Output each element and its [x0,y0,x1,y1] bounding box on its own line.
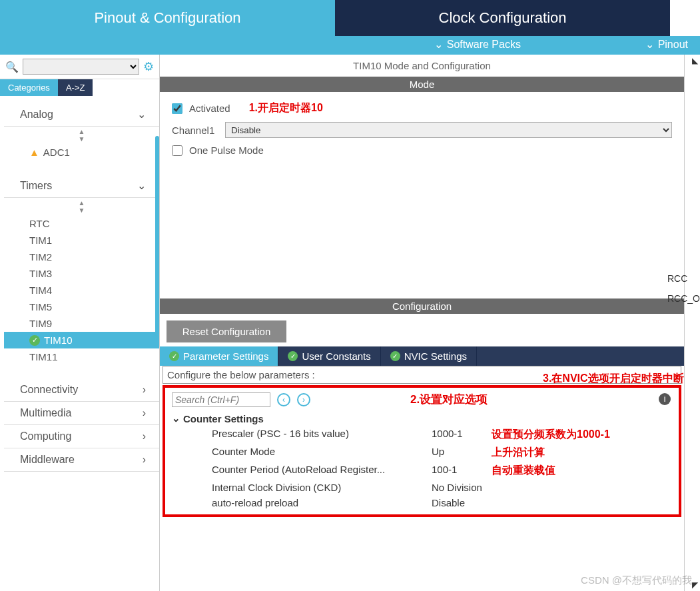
gear-icon[interactable]: ⚙ [143,59,154,74]
annotation-2: 2.设置对应选项 [410,392,488,407]
chevron-down-icon: ⌄ [137,108,146,121]
info-icon[interactable]: i [659,393,671,405]
chevron-down-icon: ⌄ [137,179,146,192]
tree-item-tim5[interactable]: TIM5 [4,298,159,315]
chevron-right-icon: › [143,407,146,419]
tree-item-tim2[interactable]: TIM2 [4,249,159,265]
config-tabs: ✓Parameter Settings ✓User Constants ✓NVI… [160,346,684,366]
overflow-rcc: RCC [667,273,700,284]
group-middleware[interactable]: Middleware› [4,448,159,472]
next-icon[interactable]: › [297,393,310,406]
group-computing[interactable]: Computing› [4,425,159,448]
param-auto-reload-preload[interactable]: auto-reload preloadDisable [172,495,672,510]
sidebar-tab-categories[interactable]: Categories [0,79,58,96]
pinout-menu[interactable]: ⌄Pinout [633,36,700,53]
counter-settings-group[interactable]: ⌄Counter Settings [172,411,672,426]
annotation-3: 3.在NVIC选项开启定时器中断 [543,372,684,386]
prev-icon[interactable]: ‹ [277,393,290,406]
tree-item-rtc[interactable]: RTC [4,215,159,232]
top-nav: Pinout & Configuration Clock Configurati… [0,0,700,36]
one-pulse-mode-label: One Pulse Mode [189,145,264,156]
mode-panel: Activated 1.开启定时器10 Channel1 Disable One… [160,92,684,298]
tab-clock-config[interactable]: Clock Configuration [335,0,670,36]
chevron-down-icon: ⌄ [434,39,443,50]
chevron-down-icon: ⌄ [645,39,654,50]
mode-header: Mode [160,77,684,92]
param-prescaler[interactable]: Prescaler (PSC - 16 bits value)1000-1设置预… [172,426,672,444]
check-icon: ✓ [29,335,40,346]
content-area: TIM10 Mode and Configuration Mode Activa… [160,55,684,591]
sub-nav: ⌄Software Packs ⌄Pinout [0,36,700,55]
watermark: CSDN @不想写代码的我 [581,574,692,587]
annotation-1: 1.开启定时器10 [249,101,323,115]
right-strip: ◣ ◤ [684,55,700,591]
tab-user-constants[interactable]: ✓User Constants [278,346,380,366]
tab-pinout-config[interactable]: Pinout & Configuration [0,0,335,36]
tree-item-tim4[interactable]: TIM4 [4,282,159,298]
tab-nvic-settings[interactable]: ✓NVIC Settings [381,346,477,366]
overflow-rcc-o: RCC_O [667,293,700,304]
tree-item-tim3[interactable]: TIM3 [4,265,159,282]
chevron-right-icon: › [143,384,146,396]
channel1-label: Channel1 [172,125,218,136]
channel1-select[interactable]: Disable [225,122,672,138]
tab-parameter-settings[interactable]: ✓Parameter Settings [160,346,278,366]
parameters-box: ‹ › 2.设置对应选项 i ⌄Counter Settings Prescal… [163,385,681,517]
group-analog[interactable]: Analog⌄ [4,103,159,127]
reset-configuration-button[interactable]: Reset Configuration [167,320,286,342]
collapse-down-icon[interactable]: ◤ [692,580,698,590]
tree-item-adc1[interactable]: ▲ADC1 [4,144,159,161]
one-pulse-mode-checkbox[interactable] [172,145,182,156]
group-multimedia[interactable]: Multimedia› [4,402,159,425]
sidebar-tab-az[interactable]: A->Z [58,79,93,96]
check-icon: ✓ [169,351,179,361]
peripheral-search-select[interactable] [23,59,139,75]
param-counter-period[interactable]: Counter Period (AutoReload Register...10… [172,462,672,480]
chevron-right-icon: › [143,430,146,442]
activated-checkbox[interactable] [172,103,182,114]
tree-item-tim9[interactable]: TIM9 [4,315,159,332]
peripheral-tree: Analog⌄ ▲▼ ▲ADC1 Timers⌄ ▲▼ RTC TIM1 TIM… [0,96,159,591]
group-timers[interactable]: Timers⌄ [4,174,159,198]
sort-icon[interactable]: ▲▼ [4,127,159,144]
activated-label: Activated [189,103,230,114]
tree-item-tim1[interactable]: TIM1 [4,232,159,249]
config-header: Configuration [160,298,684,314]
sidebar: 🔍 ⚙ Categories A->Z Analog⌄ ▲▼ ▲ADC1 Tim… [0,55,160,591]
warning-icon: ▲ [29,147,39,158]
collapse-up-icon[interactable]: ◣ [692,56,698,65]
scrollbar-thumb[interactable] [155,136,159,336]
content-title: TIM10 Mode and Configuration [160,55,684,77]
check-icon: ✓ [288,351,298,361]
chevron-down-icon: ⌄ [172,412,180,424]
tree-item-tim10[interactable]: ✓TIM10 [4,332,159,348]
tree-item-tim11[interactable]: TIM11 [4,348,159,365]
params-search-input[interactable] [172,392,270,407]
check-icon: ✓ [390,351,400,361]
search-icon: 🔍 [5,61,19,73]
param-ckd[interactable]: Internal Clock Division (CKD)No Division [172,480,672,495]
param-counter-mode[interactable]: Counter ModeUp上升沿计算 [172,444,672,462]
software-packs-menu[interactable]: ⌄Software Packs [422,36,533,53]
topnav-extra [670,0,700,36]
group-connectivity[interactable]: Connectivity› [4,378,159,402]
sort-icon[interactable]: ▲▼ [4,198,159,215]
chevron-right-icon: › [143,454,146,466]
